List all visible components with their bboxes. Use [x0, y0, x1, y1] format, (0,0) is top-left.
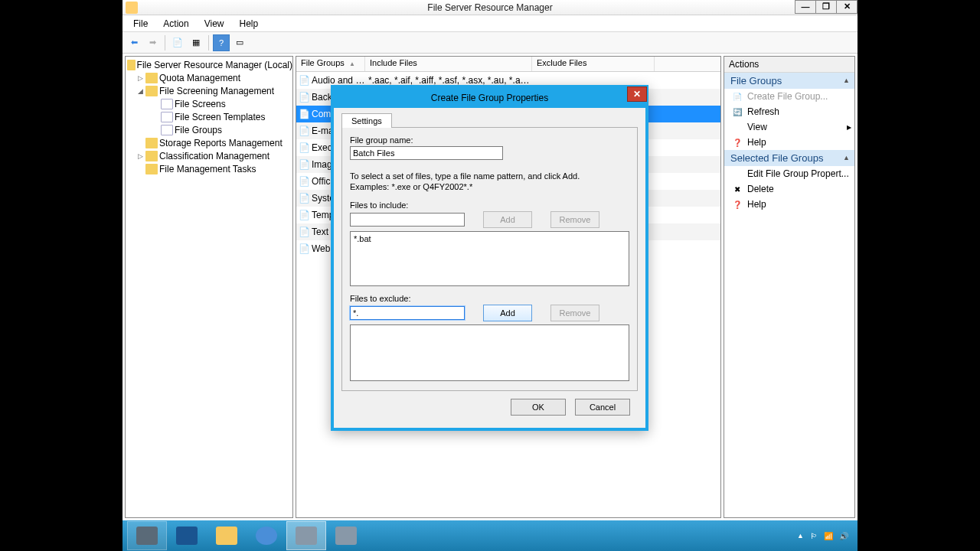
action-item[interactable]: ✖Delete — [724, 181, 854, 197]
edit-icon — [732, 168, 743, 179]
ok-button[interactable]: OK — [511, 399, 566, 416]
menu-view[interactable]: View — [198, 17, 230, 31]
tree-item[interactable]: File Management Tasks — [126, 162, 292, 175]
system-tray[interactable]: ▲ 🏳 📶 🔊 — [797, 532, 853, 540]
action-item[interactable]: 🔄Refresh — [724, 104, 854, 119]
toolbar: ⬅ ➡ 📄 ▦ ? ▭ — [122, 32, 858, 54]
taskbar-explorer[interactable] — [207, 521, 247, 550]
collapse-icon: ▲ — [843, 154, 850, 161]
toolbar-icon-2[interactable]: ▦ — [188, 34, 204, 51]
actions-header: Actions — [724, 57, 854, 73]
folder-icon — [127, 60, 136, 70]
maximize-button[interactable]: ❐ — [815, 0, 837, 14]
file-group-icon: 📄 — [296, 126, 312, 136]
menu-bar: File Action View Help — [122, 15, 858, 32]
actions-section-selected[interactable]: Selected File Groups▲ — [724, 150, 854, 166]
tray-sound-icon[interactable]: 🔊 — [839, 532, 848, 540]
nav-back-icon[interactable]: ⬅ — [126, 34, 142, 51]
action-item[interactable]: 📄Create File Group... — [724, 89, 854, 104]
taskbar-powershell[interactable] — [167, 521, 207, 550]
actions-section-file-groups[interactable]: File Groups▲ — [724, 73, 854, 89]
include-pattern-input[interactable] — [350, 213, 465, 227]
taskbar-server-manager[interactable] — [127, 521, 167, 550]
app-icon — [126, 2, 138, 14]
tray-network-icon[interactable]: 📶 — [824, 532, 833, 540]
tree-item[interactable]: Storage Reports Management — [126, 136, 292, 149]
folder-icon — [145, 86, 158, 96]
file-group-name-input[interactable] — [350, 146, 503, 160]
file-group-icon: 📄 — [296, 75, 312, 86]
new-icon: 📄 — [732, 91, 743, 102]
file-group-icon: 📄 — [296, 210, 312, 220]
expander-icon[interactable]: ▷ — [136, 152, 144, 160]
tree-root[interactable]: File Server Resource Manager (Local) — [126, 58, 292, 71]
expander-icon[interactable]: ◢ — [136, 87, 144, 95]
tree-item[interactable]: File Screens — [126, 97, 292, 110]
folder-icon — [145, 151, 158, 161]
file-group-icon: 📄 — [296, 243, 312, 254]
file-group-icon: 📄 — [296, 176, 312, 187]
folder-icon — [145, 73, 158, 83]
column-headers[interactable]: File Groups ▲ Include Files Exclude File… — [296, 57, 720, 72]
tray-flag-icon[interactable]: 🏳 — [810, 532, 818, 540]
delete-icon: ✖ — [732, 184, 743, 194]
file-icon — [161, 125, 173, 135]
file-group-icon: 📄 — [296, 92, 312, 103]
create-file-group-dialog: Create File Group Properties ✕ Settings … — [331, 85, 648, 431]
name-label: File group name: — [350, 135, 629, 145]
action-item[interactable]: ❓Help — [724, 197, 854, 212]
refresh-icon: 🔄 — [732, 106, 743, 117]
expander-icon[interactable]: ▷ — [136, 74, 144, 82]
file-icon — [161, 112, 173, 122]
taskbar: ▲ 🏳 📶 🔊 — [122, 520, 858, 551]
title-bar: File Server Resource Manager — ❐ ✕ — [122, 0, 858, 15]
cancel-button[interactable]: Cancel — [575, 399, 630, 416]
action-item[interactable]: View▶ — [724, 119, 854, 135]
file-group-icon: 📄 — [296, 159, 312, 170]
include-remove-button[interactable]: Remove — [550, 211, 599, 228]
taskbar-app-1[interactable] — [247, 521, 286, 550]
action-item[interactable]: ❓Help — [724, 135, 854, 150]
folder-icon — [145, 164, 158, 174]
toolbar-icon-3[interactable]: ▭ — [231, 34, 248, 51]
help-icon[interactable]: ? — [213, 34, 230, 51]
taskbar-app-2[interactable] — [326, 521, 366, 550]
collapse-icon: ▲ — [843, 77, 850, 84]
exclude-label: Files to exclude: — [350, 294, 629, 303]
instructions: To select a set of files, type a file na… — [350, 171, 629, 193]
exclude-add-button[interactable]: Add — [483, 305, 532, 321]
exclude-list[interactable] — [350, 324, 629, 381]
exclude-pattern-input[interactable] — [350, 306, 465, 320]
nav-forward-icon[interactable]: ➡ — [144, 34, 161, 51]
action-item[interactable]: Edit File Group Propert... — [724, 166, 854, 181]
tree-item[interactable]: ▷Classification Management — [126, 149, 292, 162]
menu-action[interactable]: Action — [157, 17, 194, 31]
tray-overflow-icon[interactable]: ▲ — [797, 532, 804, 540]
file-group-icon: 📄 — [296, 227, 312, 237]
dialog-title-bar[interactable]: Create File Group Properties ✕ — [334, 88, 645, 108]
tree-item[interactable]: ◢File Screening Management — [126, 84, 292, 97]
toolbar-icon-1[interactable]: 📄 — [169, 34, 186, 51]
window-title: File Server Resource Manager — [427, 2, 552, 13]
actions-pane: Actions File Groups▲ 📄Create File Group.… — [724, 56, 855, 518]
menu-file[interactable]: File — [127, 17, 154, 31]
minimize-button[interactable]: — — [795, 0, 816, 14]
close-button[interactable]: ✕ — [836, 0, 858, 14]
tree-item[interactable]: ▷Quota Management — [126, 71, 292, 84]
view-icon — [732, 122, 743, 132]
include-list[interactable]: *.bat — [350, 231, 629, 286]
file-group-icon: 📄 — [296, 109, 312, 119]
include-label: Files to include: — [350, 201, 629, 210]
taskbar-fsrm[interactable] — [286, 521, 326, 550]
tab-settings[interactable]: Settings — [341, 113, 392, 128]
dialog-close-button[interactable]: ✕ — [627, 86, 647, 102]
folder-icon — [145, 138, 158, 148]
tree-item[interactable]: File Screen Templates — [126, 110, 292, 123]
include-add-button[interactable]: Add — [483, 211, 532, 228]
tree-item[interactable]: File Groups — [126, 123, 292, 136]
help-icon: ❓ — [732, 137, 743, 148]
menu-help[interactable]: Help — [234, 17, 265, 31]
help-icon: ❓ — [732, 199, 743, 210]
exclude-remove-button[interactable]: Remove — [550, 305, 599, 321]
tree-pane: File Server Resource Manager (Local) ▷Qu… — [125, 56, 293, 518]
